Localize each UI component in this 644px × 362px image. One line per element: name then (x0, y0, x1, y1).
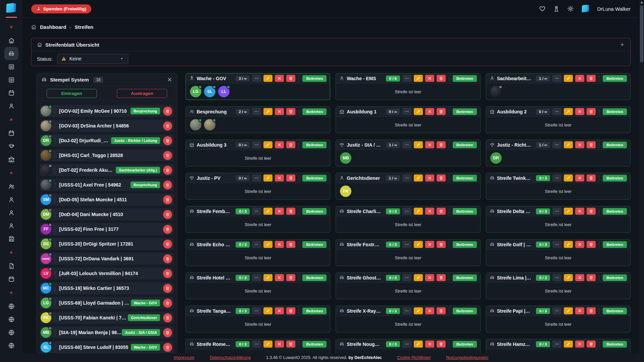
join-button[interactable]: Beitreten (302, 308, 327, 314)
more-button[interactable] (552, 307, 561, 314)
edit-button[interactable] (263, 75, 273, 82)
edit-button[interactable] (564, 75, 573, 82)
join-button[interactable]: Beitreten (302, 341, 327, 348)
delete-button[interactable] (437, 208, 446, 215)
clear-button[interactable] (575, 274, 584, 281)
more-button[interactable] (402, 75, 411, 82)
edit-button[interactable] (564, 174, 573, 182)
remove-member-button[interactable] (163, 180, 172, 190)
delete-button[interactable] (437, 341, 446, 348)
datenschutz-link[interactable]: Datenschutzerklärung (210, 355, 251, 360)
clear-button[interactable] (275, 75, 284, 82)
heart-icon[interactable] (539, 5, 546, 12)
more-button[interactable] (552, 274, 561, 281)
delete-button[interactable] (286, 307, 295, 314)
more-button[interactable] (402, 208, 411, 215)
sidebar-item-person[interactable] (4, 206, 18, 219)
watchtower-icon[interactable] (553, 5, 560, 12)
delete-button[interactable] (437, 141, 446, 148)
clear-button[interactable] (575, 208, 584, 215)
clear-button[interactable] (575, 75, 584, 82)
join-button[interactable]: Beitreten (302, 75, 327, 82)
delete-button[interactable] (437, 241, 446, 248)
edit-button[interactable] (263, 341, 273, 348)
join-button[interactable]: Beitreten (453, 308, 477, 314)
sidebar-item-globe[interactable] (4, 339, 18, 352)
join-button[interactable]: Beitreten (453, 75, 477, 82)
clear-button[interactable] (425, 108, 434, 115)
sidebar-item-person[interactable] (4, 99, 18, 112)
more-button[interactable] (402, 108, 411, 115)
remove-member-button[interactable] (163, 136, 172, 145)
more-button[interactable] (552, 75, 561, 82)
sidebar-item-person[interactable] (4, 193, 18, 206)
clear-button[interactable] (575, 174, 584, 182)
edit-button[interactable] (263, 307, 273, 314)
remove-member-button[interactable] (163, 328, 172, 337)
sidebar-item-home[interactable] (4, 34, 18, 47)
clear-button[interactable] (575, 141, 584, 148)
join-button[interactable]: Beitreten (453, 108, 477, 115)
more-button[interactable] (252, 208, 261, 215)
more-button[interactable] (252, 307, 261, 314)
more-button[interactable] (402, 141, 411, 148)
sidebar-item-calendar[interactable] (4, 86, 18, 99)
delete-button[interactable] (286, 174, 295, 182)
edit-button[interactable] (414, 341, 423, 348)
edit-button[interactable] (263, 274, 273, 281)
sidebar-item-calendar[interactable] (4, 272, 18, 286)
delete-button[interactable] (437, 174, 446, 182)
clear-button[interactable] (425, 274, 434, 281)
delete-button[interactable] (286, 141, 295, 148)
sidebar-item-scholar[interactable] (4, 140, 18, 153)
more-button[interactable] (402, 307, 411, 314)
clear-button[interactable] (275, 141, 284, 148)
join-button[interactable]: Beitreten (453, 142, 477, 148)
delete-button[interactable] (587, 241, 596, 248)
sidebar-item-car[interactable] (4, 47, 18, 60)
more-button[interactable] (402, 274, 411, 281)
sidebar-item-person[interactable] (4, 219, 18, 232)
more-button[interactable] (552, 341, 561, 348)
donate-button[interactable]: Spenden (Freiwillig) (31, 4, 91, 13)
join-button[interactable]: Beitreten (603, 108, 627, 115)
delete-button[interactable] (286, 274, 295, 281)
edit-button[interactable] (263, 108, 273, 115)
username[interactable]: DrLuna Walker (597, 6, 631, 12)
breadcrumb-dashboard[interactable]: Dashboard (40, 24, 66, 30)
nutzung-link[interactable]: Nutzungsbedingungen (446, 355, 488, 360)
join-button[interactable]: Beitreten (453, 175, 477, 182)
more-button[interactable] (252, 75, 261, 82)
clear-button[interactable] (275, 241, 284, 248)
edit-button[interactable] (263, 208, 273, 215)
clear-button[interactable] (425, 208, 434, 215)
delete-button[interactable] (437, 75, 446, 82)
remove-member-button[interactable] (163, 269, 172, 278)
more-button[interactable] (402, 241, 411, 248)
sidebar-item-calendar[interactable] (4, 126, 18, 140)
delete-button[interactable] (587, 174, 596, 182)
join-button[interactable]: Beitreten (453, 241, 477, 248)
delete-button[interactable] (286, 341, 295, 348)
remove-member-button[interactable] (163, 343, 172, 352)
delete-button[interactable] (587, 75, 596, 82)
sidebar-item-globe[interactable] (4, 300, 18, 313)
gear-icon[interactable] (567, 5, 574, 12)
edit-button[interactable] (564, 141, 573, 148)
add-streife-button[interactable] (620, 42, 625, 47)
clear-button[interactable] (425, 241, 434, 248)
edit-button[interactable] (564, 108, 573, 115)
join-button[interactable]: Beitreten (453, 274, 477, 281)
join-button[interactable]: Beitreten (302, 108, 327, 115)
clear-button[interactable] (425, 174, 434, 182)
more-button[interactable] (552, 108, 561, 115)
edit-button[interactable] (564, 307, 573, 314)
edit-button[interactable] (564, 341, 573, 348)
edit-button[interactable] (414, 174, 423, 182)
sidebar-item-table[interactable] (4, 73, 18, 86)
scrollbar-thumb[interactable] (640, 5, 643, 62)
eintragen-button[interactable]: Eintragen (47, 89, 97, 98)
edit-button[interactable] (414, 75, 423, 82)
sidebar-item-save[interactable] (4, 232, 18, 245)
clear-button[interactable] (425, 75, 434, 82)
